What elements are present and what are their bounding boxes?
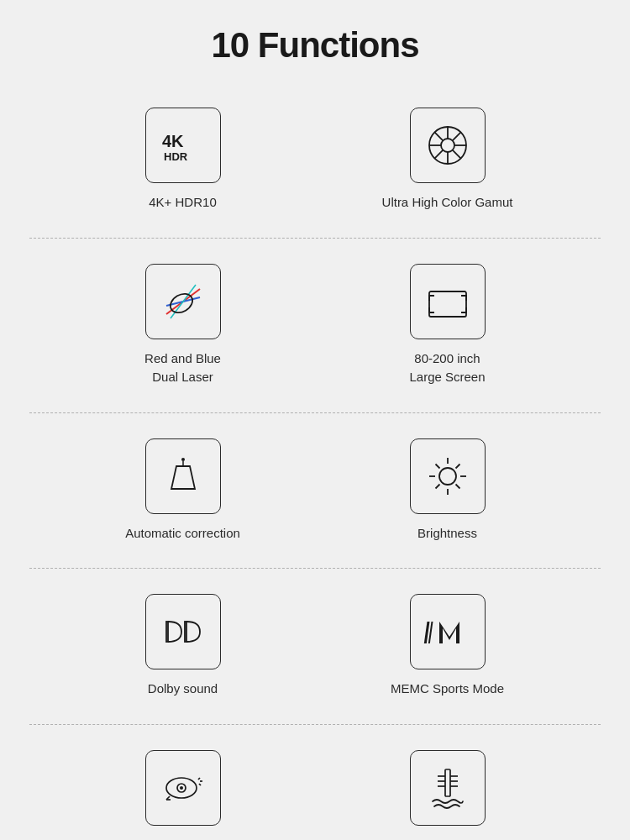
svg-line-28 [435, 484, 439, 488]
feature-row-5: Smart eye protection High-end Liquid Coo… [0, 733, 630, 841]
4k-hdr-icon: 4K HDR [158, 120, 208, 171]
auto-correction-label: Automatic correction [125, 524, 240, 543]
svg-point-20 [439, 468, 456, 485]
feature-color-gamut: Ultra High Color Gamut [355, 108, 540, 213]
auto-correction-icon-box [145, 438, 221, 514]
feature-4k-hdr: 4K HDR 4K+ HDR10 [91, 108, 276, 213]
feature-row-1: 4K HDR 4K+ HDR10 Ultra High Color Gamut [0, 91, 630, 229]
svg-text:4K: 4K [162, 132, 184, 150]
dual-laser-label: Red and BlueDual Laser [144, 349, 221, 387]
svg-point-3 [441, 139, 454, 152]
brightness-label: Brightness [417, 524, 477, 543]
feature-large-screen: 80-200 inchLarge Screen [355, 264, 540, 387]
svg-line-25 [435, 464, 439, 468]
svg-line-39 [199, 784, 201, 785]
liquid-cooling-icon [423, 763, 473, 813]
feature-row-4: Dolby sound MEMC Sports Mode [0, 577, 630, 716]
svg-rect-16 [429, 291, 466, 317]
feature-liquid-cooling: High-end Liquid Cooling System [355, 750, 540, 841]
feature-dolby-sound: Dolby sound [91, 594, 276, 699]
divider-1 [29, 238, 601, 239]
dual-laser-icon [158, 276, 208, 327]
feature-row-3: Automatic correction Brightness [0, 422, 630, 560]
color-gamut-label: Ultra High Color Gamut [382, 193, 513, 213]
svg-line-11 [434, 150, 443, 159]
feature-row-2: Red and BlueDual Laser 80-200 inchLarge … [0, 247, 630, 404]
svg-line-27 [455, 464, 459, 468]
eye-protection-icon-box [145, 750, 221, 826]
divider-3 [29, 568, 601, 569]
color-gamut-icon-box [410, 108, 486, 183]
svg-point-36 [180, 786, 183, 790]
eye-protection-label: Smart eye protection [124, 836, 240, 841]
4k-hdr-label: 4K+ HDR10 [149, 193, 216, 213]
svg-point-18 [181, 458, 185, 461]
svg-line-8 [434, 132, 443, 140]
divider-4 [29, 724, 601, 725]
large-screen-icon-box [410, 264, 486, 339]
svg-rect-30 [185, 622, 186, 642]
color-gamut-icon [423, 120, 473, 171]
large-screen-icon [423, 276, 473, 327]
brightness-icon [423, 451, 473, 501]
4k-hdr-icon-box: 4K HDR [145, 108, 221, 183]
svg-rect-42 [445, 769, 450, 796]
memc-icon [423, 606, 473, 657]
memc-label: MEMC Sports Mode [391, 680, 504, 699]
dual-laser-icon-box [145, 264, 221, 339]
svg-rect-29 [166, 622, 168, 642]
page-title: 10 Functions [211, 25, 418, 66]
dolby-sound-icon [158, 606, 208, 657]
dolby-sound-label: Dolby sound [148, 680, 218, 699]
large-screen-label: 80-200 inchLarge Screen [409, 349, 485, 387]
svg-line-9 [452, 150, 460, 159]
feature-memc: MEMC Sports Mode [355, 594, 540, 699]
svg-line-26 [455, 484, 459, 488]
dolby-sound-icon-box [145, 594, 221, 669]
brightness-icon-box [410, 438, 486, 514]
feature-brightness: Brightness [355, 438, 540, 543]
auto-correction-icon [158, 451, 208, 501]
svg-marker-17 [171, 466, 195, 489]
liquid-cooling-icon-box [410, 750, 486, 826]
divider-2 [29, 412, 601, 413]
eye-protection-icon [158, 763, 208, 813]
liquid-cooling-label: High-end Liquid Cooling System [357, 836, 537, 841]
feature-auto-correction: Automatic correction [91, 438, 276, 543]
svg-text:HDR: HDR [164, 150, 188, 163]
svg-line-37 [198, 778, 200, 780]
svg-marker-33 [439, 622, 459, 643]
feature-eye-protection: Smart eye protection [91, 750, 276, 841]
svg-line-10 [452, 132, 460, 140]
feature-dual-laser: Red and BlueDual Laser [91, 264, 276, 387]
memc-icon-box [410, 594, 486, 669]
